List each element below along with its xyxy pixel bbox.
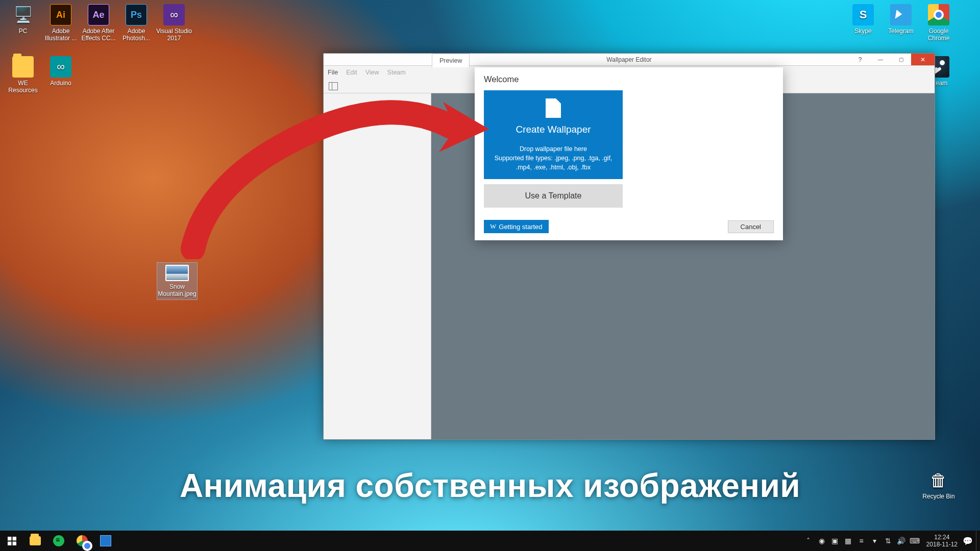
desktop-icon-label: Adobe Illustrator ... — [43, 28, 79, 42]
notification-icon — [963, 536, 973, 545]
telegram-icon — [890, 4, 912, 26]
desktop-icon-label: Adobe Photosh... — [118, 28, 154, 42]
desktop-icon-telegram[interactable]: Telegram — [883, 4, 919, 35]
spotify-icon — [53, 535, 64, 546]
desktop-icon-illustrator[interactable]: Ai Adobe Illustrator ... — [43, 4, 79, 42]
after-effects-icon: Ae — [88, 4, 109, 26]
supported-types-text: Supported file types: .jpeg, .png, .tga,… — [489, 154, 618, 172]
svg-rect-1 — [8, 537, 11, 540]
folder-icon — [12, 56, 34, 78]
taskbar-chrome[interactable] — [70, 531, 94, 551]
title-bar[interactable]: Wallpaper Editor — [324, 54, 935, 66]
taskbar: ˄ ◉ ▣ ▦ ≡ ▾ ⇅ 🔊 ⌨ 12:24 2018-11-12 — [0, 531, 980, 551]
wallpaper-engine-icon — [100, 535, 111, 546]
desktop-icon-visual-studio[interactable]: Visual Studio 2017 — [156, 4, 192, 42]
use-template-button[interactable]: Use a Template — [484, 184, 623, 208]
getting-started-label: Getting started — [499, 223, 542, 231]
show-desktop-button[interactable] — [976, 531, 980, 551]
desktop-icon-label: Visual Studio 2017 — [156, 28, 192, 42]
desktop-icon-pc[interactable]: 🖥️ PC — [5, 4, 41, 35]
photoshop-icon: Ps — [126, 4, 147, 26]
menu-file[interactable]: File — [328, 69, 338, 76]
tray-app-icon[interactable]: ▣ — [828, 537, 842, 545]
desktop-file-label: Snow Mountain.jpeg — [157, 283, 197, 297]
taskbar-clock[interactable]: 12:24 2018-11-12 — [921, 534, 963, 548]
clock-date: 2018-11-12 — [926, 541, 958, 548]
svg-rect-2 — [12, 537, 16, 540]
skype-icon — [852, 4, 874, 26]
desktop-icon-label: Skype — [845, 28, 881, 35]
svg-rect-4 — [12, 541, 16, 545]
pc-icon: 🖥️ — [12, 4, 34, 26]
system-tray: ˄ ◉ ▣ ▦ ≡ ▾ ⇅ 🔊 ⌨ 12:24 2018-11-12 — [802, 531, 980, 551]
desktop-icon-label: Arduino — [43, 80, 79, 87]
notifications-button[interactable] — [963, 536, 976, 545]
tray-volume-icon[interactable]: 🔊 — [895, 537, 908, 545]
desktop-icon-photoshop[interactable]: Ps Adobe Photosh... — [118, 4, 154, 42]
chrome-icon — [77, 535, 88, 546]
taskbar-spotify[interactable] — [47, 531, 70, 551]
folder-icon — [30, 536, 41, 545]
desktop-icon-skype[interactable]: Skype — [845, 4, 881, 35]
getting-started-button[interactable]: Getting started — [484, 220, 549, 233]
taskbar-wallpaper-engine[interactable] — [94, 531, 117, 551]
tray-network-icon[interactable]: ▾ — [868, 537, 881, 545]
menu-edit[interactable]: Edit — [346, 69, 357, 76]
promo-caption: Анимация собственных изображений — [0, 467, 980, 505]
cancel-button[interactable]: Cancel — [728, 220, 774, 233]
illustrator-icon: Ai — [50, 4, 71, 26]
create-wallpaper-label: Create Wallpaper — [489, 124, 618, 135]
clock-time: 12:24 — [926, 534, 958, 541]
menu-view[interactable]: View — [365, 69, 379, 76]
tray-app-icon[interactable]: ▦ — [842, 537, 855, 545]
desktop-icon-we-resources[interactable]: WE Resources — [5, 56, 41, 94]
tray-language-icon[interactable]: ⌨ — [908, 537, 921, 545]
desktop-icon-after-effects[interactable]: Ae Adobe After Effects CC... — [81, 4, 116, 42]
tab-preview[interactable]: Preview — [432, 54, 470, 67]
start-button[interactable] — [0, 531, 23, 551]
arduino-icon — [50, 56, 71, 78]
desktop-icon-arduino[interactable]: Arduino — [43, 56, 79, 87]
window-title: Wallpaper Editor — [324, 56, 935, 63]
layout-panes-icon[interactable] — [329, 82, 338, 90]
desktop-icon-label: Google Chrome — [921, 28, 957, 42]
desktop-icon-chrome[interactable]: Google Chrome — [921, 4, 957, 42]
new-file-icon — [546, 98, 561, 118]
menu-steam[interactable]: Steam — [387, 69, 406, 76]
taskbar-explorer[interactable] — [23, 531, 47, 551]
desktop-icon-label: WE Resources — [5, 80, 41, 94]
tray-wifi-icon[interactable]: ⇅ — [881, 537, 895, 545]
chrome-icon — [928, 4, 949, 26]
desktop-file-selected[interactable]: Snow Mountain.jpeg — [157, 263, 197, 299]
windows-icon — [8, 537, 16, 545]
left-panel — [324, 93, 431, 439]
desktop-icon-label: Adobe After Effects CC... — [81, 28, 116, 42]
desktop-icon-label: PC — [5, 28, 41, 35]
welcome-dialog: Welcome Create Wallpaper Drop wallpaper … — [475, 67, 783, 240]
tray-chevron-up-icon[interactable]: ˄ — [802, 537, 815, 545]
drop-hint-text: Drop wallpaper file here — [489, 144, 618, 154]
desktop-icon-label: Telegram — [883, 28, 919, 35]
svg-rect-3 — [8, 541, 11, 545]
tray-app-icon[interactable]: ≡ — [855, 537, 868, 545]
image-thumbnail-icon — [165, 265, 189, 281]
create-wallpaper-button[interactable]: Create Wallpaper Drop wallpaper file her… — [484, 90, 623, 179]
tray-steam-icon[interactable]: ◉ — [815, 537, 828, 545]
dialog-title: Welcome — [475, 67, 783, 90]
visual-studio-icon — [163, 4, 185, 26]
